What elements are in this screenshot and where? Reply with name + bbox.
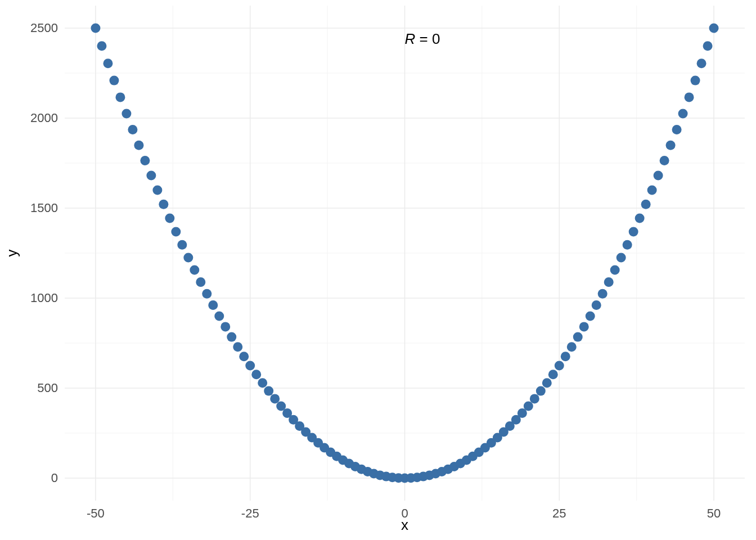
y-tick-label: 2500 (30, 21, 58, 35)
x-tick-label: -25 (241, 506, 259, 520)
data-point (685, 92, 694, 102)
x-tick-label: 25 (552, 506, 566, 520)
data-point (703, 41, 713, 51)
data-point (270, 394, 280, 403)
data-point (561, 352, 570, 361)
data-point (524, 402, 533, 411)
data-point (202, 289, 212, 299)
data-point (214, 312, 224, 321)
data-point (258, 378, 267, 388)
y-tick-label: 1000 (30, 291, 58, 305)
data-point (208, 300, 218, 310)
data-point (555, 361, 564, 371)
data-point (586, 312, 595, 321)
y-tick-label: 0 (51, 471, 58, 485)
data-point (691, 76, 700, 86)
data-point (635, 213, 645, 223)
y-tick-label: 2000 (30, 111, 58, 125)
data-point (128, 125, 137, 134)
x-tick-label: -50 (87, 506, 105, 520)
data-point (251, 370, 261, 379)
data-point (196, 277, 205, 287)
data-point (604, 277, 614, 287)
data-point (97, 41, 106, 51)
data-point (567, 342, 577, 352)
data-point (654, 171, 663, 181)
data-point (647, 186, 657, 195)
data-point (530, 394, 539, 403)
data-point (245, 361, 255, 371)
data-point (660, 156, 669, 165)
data-point (641, 200, 651, 209)
data-point (159, 200, 168, 209)
x-axis-title: x (401, 516, 408, 533)
data-point (165, 213, 174, 223)
data-point (697, 58, 706, 68)
data-point (709, 24, 719, 33)
data-point (103, 58, 112, 68)
data-point (239, 352, 249, 361)
data-point (171, 227, 181, 236)
y-tick-label: 500 (37, 381, 58, 395)
data-point (623, 240, 632, 250)
data-point (536, 386, 546, 396)
chart-container: -50-250255005001000150020002500xyR = 0 (0, 0, 756, 540)
data-point (134, 141, 143, 150)
data-point (678, 109, 688, 119)
data-point (109, 76, 119, 86)
data-point (91, 24, 100, 33)
data-point (122, 109, 131, 119)
data-point (598, 289, 608, 299)
y-axis-title: y (3, 250, 20, 257)
data-point (672, 125, 682, 134)
data-point (264, 386, 273, 396)
data-point (140, 156, 150, 165)
data-point (115, 92, 125, 102)
data-point (227, 332, 236, 342)
data-point (183, 253, 193, 263)
data-point (666, 141, 676, 150)
data-point (579, 322, 589, 331)
data-point (190, 266, 199, 275)
data-point (542, 378, 552, 388)
data-point (146, 171, 156, 181)
data-point (610, 266, 620, 275)
annotation-r-rest: = 0 (415, 30, 440, 47)
annotation-r-italic: R (405, 30, 416, 47)
data-point (629, 227, 638, 236)
y-tick-label: 1500 (30, 201, 58, 215)
data-point (233, 342, 242, 352)
data-point (220, 322, 230, 331)
data-point (616, 253, 626, 263)
data-point (592, 300, 601, 310)
annotation-r: R = 0 (405, 30, 440, 47)
scatter-chart: -50-250255005001000150020002500xyR = 0 (0, 0, 756, 540)
x-tick-label: 50 (707, 506, 721, 520)
data-point (573, 332, 583, 342)
data-point (177, 240, 187, 250)
data-point (152, 186, 162, 195)
data-point (548, 370, 558, 379)
